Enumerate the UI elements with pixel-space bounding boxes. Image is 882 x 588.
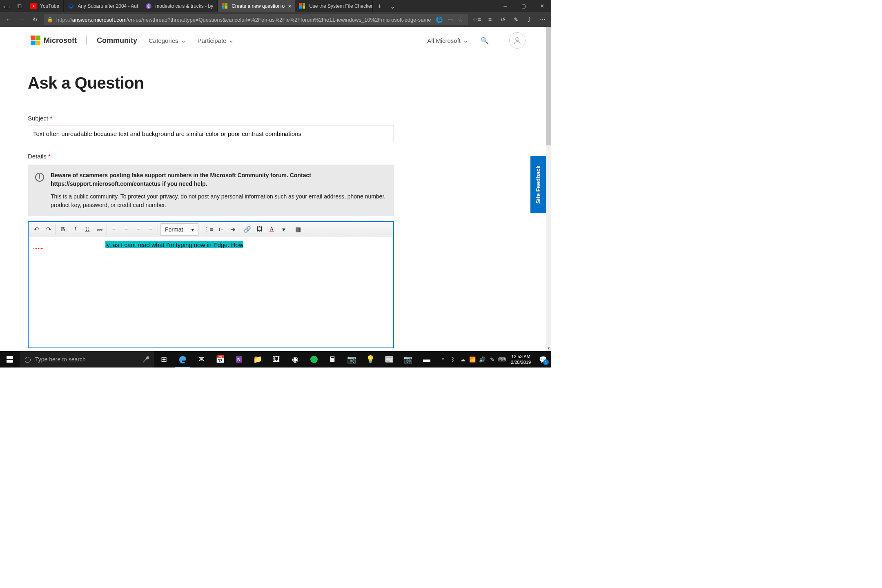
volume-icon[interactable]: 🔊	[477, 351, 487, 368]
scroll-down-arrow[interactable]: ▾	[546, 345, 551, 351]
svg-point-5	[516, 38, 519, 41]
onedrive-icon[interactable]: ☁	[458, 351, 468, 368]
more-icon[interactable]: ⋯	[536, 12, 549, 27]
groove-taskbar-icon[interactable]: ◉	[286, 351, 305, 368]
details-label: Details *	[28, 153, 515, 160]
chevron-down-icon: ▾	[191, 226, 194, 233]
underline-button[interactable]: U	[81, 223, 94, 236]
minimize-button[interactable]: ─	[496, 0, 514, 12]
taskbar-search[interactable]: ◯ Type here to search 🎤	[20, 351, 154, 368]
tab-actions-icon[interactable]: ▭	[0, 0, 13, 12]
tab-overflow-icon[interactable]: ⌄	[386, 0, 399, 12]
redo-button[interactable]: ↷	[42, 223, 55, 236]
news-taskbar-icon[interactable]: 📰	[380, 351, 399, 368]
close-tab-icon[interactable]: ×	[288, 3, 291, 9]
cortana-icon: ◯	[24, 356, 31, 363]
link-button[interactable]: 🔗	[241, 223, 253, 236]
notes-icon[interactable]: ✎	[510, 12, 523, 27]
microsoft-icon	[222, 3, 228, 9]
bullet-list-button[interactable]: ⋮≡	[202, 223, 214, 236]
italic-button[interactable]: I	[69, 223, 81, 236]
editor-textarea[interactable]: ly, as I cant read what I'm typing now i…	[29, 237, 393, 347]
calculator-taskbar-icon[interactable]: 🖩	[323, 351, 342, 368]
keyboard-icon[interactable]: ⌨	[497, 351, 507, 368]
favorite-icon[interactable]: ☆	[456, 16, 465, 23]
back-button[interactable]: ←	[2, 12, 15, 27]
onenote-taskbar-icon[interactable]: N	[229, 351, 248, 368]
browser-tab-bar: ▭ ⧉ YouTube Any Subaru after 2004 - Aut …	[0, 0, 551, 12]
chevron-down-icon: ⌄	[229, 37, 234, 44]
instagram-taskbar-icon[interactable]: 📷	[399, 351, 417, 368]
all-microsoft-menu[interactable]: All Microsoft⌄	[427, 37, 468, 44]
maximize-button[interactable]: ▢	[514, 0, 533, 12]
history-icon[interactable]: ↺	[497, 12, 510, 27]
text-color-button[interactable]: A	[265, 223, 278, 236]
action-center-button[interactable]: 💬1	[535, 351, 551, 368]
explorer-taskbar-icon[interactable]: 📁	[248, 351, 267, 368]
rich-text-editor: ↶ ↷ B I U abc ≡ ≡ ≡ ≡ Format▾ ⋮≡ 1≡ ⇥ 🔗	[28, 221, 394, 348]
align-center-button[interactable]: ≡	[120, 223, 132, 236]
table-button[interactable]: ▦	[292, 223, 304, 236]
browser-tab-active[interactable]: Create a new question o ×	[218, 0, 295, 12]
browser-tab[interactable]: YouTube	[26, 0, 64, 12]
subject-label: Subject *	[28, 115, 515, 122]
format-dropdown[interactable]: Format▾	[160, 223, 198, 236]
browser-tab[interactable]: Use the System File Checker	[295, 0, 373, 12]
refresh-button[interactable]: ↻	[29, 12, 42, 27]
nav-categories[interactable]: Categories⌄	[149, 37, 186, 44]
forward-button[interactable]: →	[15, 12, 28, 27]
account-avatar[interactable]	[509, 32, 526, 49]
photos-taskbar-icon[interactable]: 🖼	[267, 351, 286, 368]
browser-tab[interactable]: Any Subaru after 2004 - Aut	[64, 0, 141, 12]
tray-overflow-icon[interactable]: ^	[438, 351, 448, 368]
taskbar-clock[interactable]: 12:53 AM 2/20/2019	[507, 354, 535, 365]
start-button[interactable]	[0, 351, 20, 368]
favorites-bar-icon[interactable]: ☆≡	[470, 12, 483, 27]
tab-label: Create a new question o	[232, 3, 285, 9]
wifi-icon[interactable]: 📶	[468, 351, 477, 368]
bold-button[interactable]: B	[57, 223, 69, 236]
terminal-taskbar-icon[interactable]: ▬	[417, 351, 436, 368]
search-icon[interactable]: 🔍	[481, 37, 489, 45]
svg-text:☮: ☮	[147, 4, 151, 9]
mail-taskbar-icon[interactable]: ✉	[192, 351, 211, 368]
translate-icon[interactable]: 🌐	[434, 16, 444, 23]
strikethrough-button[interactable]: abc	[94, 223, 106, 236]
pen-icon[interactable]: ✎	[487, 351, 497, 368]
page-content: Microsoft Community Categories⌄ Particip…	[0, 27, 546, 351]
warning-banner: ! Beware of scammers posting fake suppor…	[28, 165, 394, 216]
mic-icon[interactable]: 🎤	[143, 356, 149, 363]
vertical-scrollbar[interactable]: ▾	[546, 27, 551, 351]
close-window-button[interactable]: ✕	[533, 0, 551, 12]
spotify-taskbar-icon[interactable]	[305, 351, 323, 368]
scrollbar-thumb[interactable]	[546, 27, 551, 145]
camera-taskbar-icon[interactable]: 📷	[342, 351, 361, 368]
address-bar[interactable]: 🔒 https://answers.microsoft.com/en-us/ne…	[44, 14, 468, 25]
number-list-button[interactable]: 1≡	[214, 223, 227, 236]
share-icon[interactable]: ⤴	[523, 12, 536, 27]
undo-button[interactable]: ↶	[30, 223, 42, 236]
calendar-taskbar-icon[interactable]: 📅	[211, 351, 229, 368]
bluetooth-icon[interactable]: ᛒ	[448, 351, 458, 368]
reading-list-icon[interactable]: ≡	[483, 12, 497, 27]
browser-tab[interactable]: ☮ modesto cars & trucks - by	[141, 0, 218, 12]
edge-taskbar-icon[interactable]	[173, 351, 192, 368]
task-view-button[interactable]: ⊞	[154, 351, 173, 368]
reading-view-icon[interactable]: ▭	[446, 16, 454, 23]
set-aside-tabs-icon[interactable]: ⧉	[13, 0, 26, 12]
page-title: Ask a Question	[28, 74, 515, 92]
align-right-button[interactable]: ≡	[132, 223, 145, 236]
subject-input[interactable]	[28, 125, 394, 142]
tips-taskbar-icon[interactable]: 💡	[361, 351, 380, 368]
new-tab-button[interactable]: +	[373, 0, 386, 12]
indent-button[interactable]: ⇥	[227, 223, 239, 236]
align-left-button[interactable]: ≡	[108, 223, 120, 236]
site-feedback-button[interactable]: Site Feedback	[530, 156, 546, 213]
image-button[interactable]: 🖼	[253, 223, 265, 236]
color-dropdown[interactable]: ▾	[278, 223, 290, 236]
nav-participate[interactable]: Participate⌄	[198, 37, 234, 44]
brand-name[interactable]: Microsoft	[44, 36, 77, 45]
chevron-down-icon: ⌄	[463, 37, 468, 44]
align-justify-button[interactable]: ≡	[145, 223, 157, 236]
site-name[interactable]: Community	[97, 36, 137, 45]
